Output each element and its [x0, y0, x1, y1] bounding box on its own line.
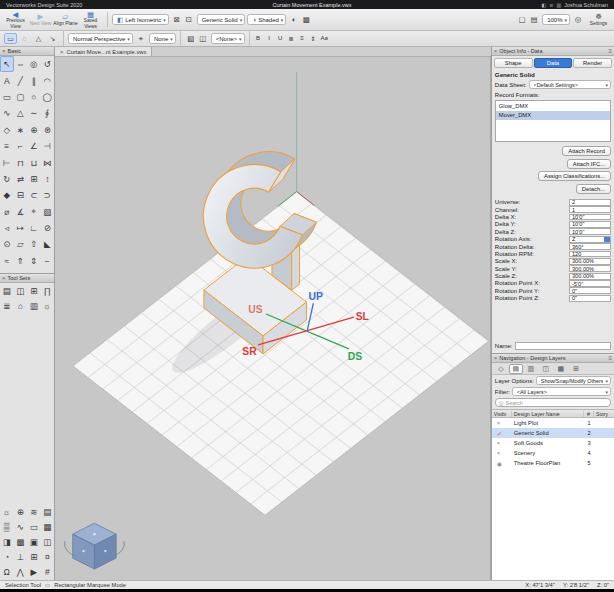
- italic-button[interactable]: I: [265, 35, 274, 42]
- search-input[interactable]: ◎ Search: [495, 398, 611, 407]
- lighting-position-tool[interactable]: ≋: [27, 504, 41, 519]
- layer-row[interactable]: × Scenery 4: [492, 448, 614, 458]
- drawing-canvas[interactable]: US UP SL SR DS: [55, 57, 491, 580]
- selection-tool[interactable]: ↖: [0, 56, 14, 72]
- video-camera-tool[interactable]: ▶: [27, 564, 41, 579]
- duplicate-array-tool[interactable]: ⊞: [27, 171, 41, 187]
- reshape-tool[interactable]: ◆: [0, 187, 14, 203]
- hatch-style-icon[interactable]: ▧: [185, 33, 197, 45]
- layer-visibility-toggle[interactable]: ×: [492, 420, 512, 426]
- align-plane-button[interactable]: ▱ Align Plane: [53, 10, 78, 28]
- close-icon[interactable]: ×: [60, 49, 64, 55]
- underline-button[interactable]: U: [276, 35, 285, 42]
- scale-y-field[interactable]: 300.00%: [569, 265, 611, 272]
- stairs-tool-set[interactable]: ≣: [0, 298, 14, 313]
- font-size-button[interactable]: Aa: [320, 35, 329, 42]
- wifi-status-icon[interactable]: ≋: [549, 2, 553, 8]
- video-screen-tool[interactable]: ▣: [27, 534, 41, 549]
- basic-palette-header[interactable]: × Basic: [0, 47, 54, 56]
- bold-button[interactable]: B: [254, 35, 263, 42]
- rounded-rectangle-tool[interactable]: ▢: [14, 89, 28, 105]
- camera-tool[interactable]: ◔: [0, 549, 14, 564]
- tool-sets-palette-header[interactable]: × Tool Sets: [0, 274, 54, 283]
- doors-tool-set[interactable]: ◫: [14, 283, 28, 298]
- text-tool[interactable]: A: [0, 72, 14, 88]
- close-icon[interactable]: ×: [494, 355, 498, 361]
- translate-view-tool[interactable]: ⇕: [27, 253, 41, 269]
- layer-visibility-toggle[interactable]: ✓: [492, 430, 512, 437]
- dmx-patch-tool[interactable]: ¤: [41, 549, 55, 564]
- interactive-scaling-mode-button[interactable]: ↘: [46, 33, 59, 44]
- attribute-mapping-tool[interactable]: ▧: [41, 204, 55, 220]
- fillet-tool[interactable]: ⌐: [14, 138, 28, 154]
- rectangular-marquee-mode-button[interactable]: ▭: [4, 33, 17, 44]
- current-view-dropdown[interactable]: ◧ Left Isometric ▾: [112, 14, 169, 25]
- tab-render[interactable]: Render: [573, 58, 612, 68]
- rotation-axis-dropdown[interactable]: Z: [569, 236, 611, 243]
- data-sheet-dropdown[interactable]: <Default Settings> ▾: [529, 80, 611, 89]
- line-tool[interactable]: ╱: [14, 72, 28, 88]
- chamfer-tool[interactable]: ∠: [27, 138, 41, 154]
- name-field[interactable]: [515, 342, 612, 350]
- soft-goods-tool[interactable]: ▒: [0, 519, 14, 534]
- star-tool[interactable]: ∗: [14, 122, 28, 138]
- close-icon[interactable]: ×: [2, 48, 6, 54]
- previous-view-button[interactable]: ◀ Previous View: [3, 10, 28, 28]
- flyover-tool[interactable]: ↺: [41, 56, 55, 72]
- rotation-point-z-field[interactable]: 0": [569, 295, 611, 302]
- curtain-tool[interactable]: ∿: [14, 519, 28, 534]
- arc-tool[interactable]: ◠: [41, 72, 55, 88]
- polygon-marquee-mode-button[interactable]: △: [32, 33, 45, 44]
- callout-tool[interactable]: ◃: [0, 220, 14, 236]
- palette-menu-icon[interactable]: ≡: [608, 355, 612, 361]
- rotation-point-y-field[interactable]: 0": [569, 287, 611, 294]
- layer-row[interactable]: × Light Plot 1: [492, 418, 614, 428]
- center-mark-tool[interactable]: ⊙: [0, 236, 14, 252]
- zoom-tool[interactable]: ◎: [27, 56, 41, 72]
- record-formats-list[interactable]: Glow_DMX Mover_DMX: [495, 100, 611, 142]
- rotate-working-plane-icon[interactable]: ⊠: [171, 14, 183, 26]
- zoom-level-dropdown[interactable]: 100% ▾: [542, 14, 570, 25]
- locus-3d-tool[interactable]: ⊛: [41, 122, 55, 138]
- plan-rotation-icon[interactable]: ⌖: [135, 33, 147, 45]
- tab-data[interactable]: Data: [534, 58, 573, 68]
- locus-tool[interactable]: ⊕: [27, 122, 41, 138]
- projection-dropdown[interactable]: Normal Perspective ▾: [68, 33, 133, 44]
- label-legend-tool[interactable]: ⊞: [27, 549, 41, 564]
- layer-row[interactable]: × Soft Goods 3: [492, 438, 614, 448]
- extract-tool[interactable]: ⊃: [41, 187, 55, 203]
- join-tool[interactable]: ⊔: [27, 154, 41, 170]
- spotlight-tool-set[interactable]: ☼: [41, 298, 55, 313]
- align-left-button[interactable]: ≣: [287, 35, 296, 42]
- connect-combine-tool[interactable]: ⊓: [14, 154, 28, 170]
- pan-tool[interactable]: ⇔: [14, 56, 28, 72]
- universe-field[interactable]: 2: [569, 199, 611, 206]
- screen-mirroring-status-icon[interactable]: ◧: [542, 2, 547, 8]
- lasso-marquee-mode-button[interactable]: ◌: [18, 33, 31, 44]
- resize-tool[interactable]: ↕: [41, 171, 55, 187]
- furniture-tool-set[interactable]: ▥: [27, 298, 41, 313]
- oval-tool[interactable]: ○: [27, 89, 41, 105]
- freehand-tool[interactable]: ∼: [27, 105, 41, 121]
- attach-record-button[interactable]: Attach Record: [562, 146, 611, 156]
- linear-dimension-tool[interactable]: ↦: [14, 220, 28, 236]
- visibility-options-icon[interactable]: ▩: [300, 14, 312, 26]
- double-line-tool[interactable]: ∥: [27, 72, 41, 88]
- render-settings-icon[interactable]: ◐: [288, 14, 300, 26]
- focus-point-tool[interactable]: ⊕: [14, 504, 28, 519]
- rigging-tool[interactable]: ⋀: [14, 564, 28, 579]
- layer-visibility-toggle[interactable]: ×: [492, 440, 512, 446]
- saved-views-button[interactable]: ▦ Saved Views: [78, 10, 103, 28]
- rotation-delta-field[interactable]: 360°: [569, 243, 611, 250]
- angular-dimension-tool[interactable]: ∟: [27, 220, 41, 236]
- trim-tool[interactable]: ⊣: [41, 138, 55, 154]
- align-center-button[interactable]: ≡: [298, 35, 307, 42]
- schematic-view-tool[interactable]: #: [41, 564, 55, 579]
- blended-screen-tool[interactable]: ◫: [41, 534, 55, 549]
- record-format-item[interactable]: Glow_DMX: [496, 101, 610, 111]
- rotation-rpm-field[interactable]: 120: [569, 251, 611, 258]
- line-spacing-button[interactable]: ⇕: [309, 35, 318, 42]
- multiple-view-panes-icon[interactable]: ▢: [516, 14, 528, 26]
- wall-style-dropdown[interactable]: None ▾: [149, 33, 176, 44]
- delta-y-field[interactable]: 10'0": [569, 221, 611, 228]
